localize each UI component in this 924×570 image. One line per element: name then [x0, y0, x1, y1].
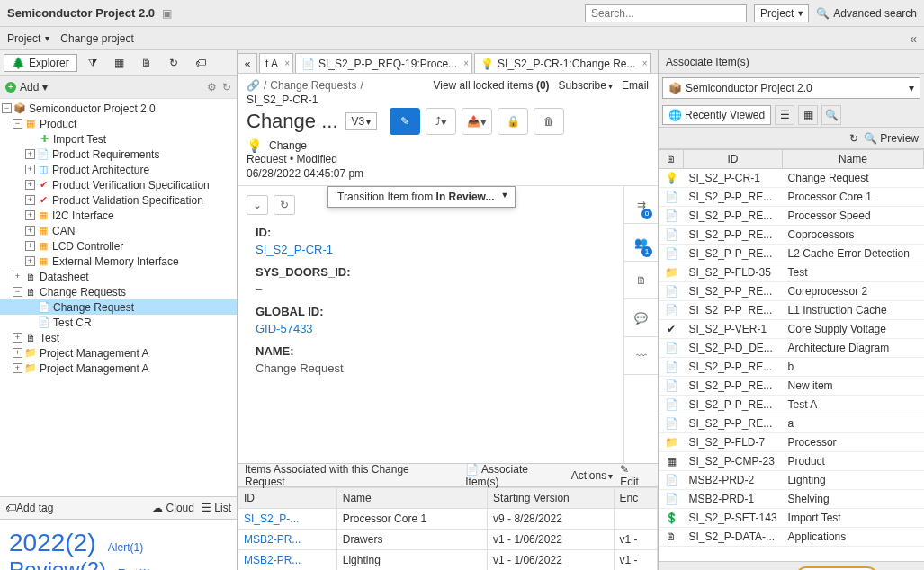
explorer-tab[interactable]: 🌲 Explorer	[4, 54, 77, 72]
version-dropdown[interactable]: V3	[345, 112, 378, 130]
tree-prod-arch[interactable]: +◫Product Architecture	[0, 162, 237, 177]
col-icon[interactable]: 🗎	[659, 150, 684, 169]
gear-icon[interactable]: ⚙	[207, 81, 217, 94]
tree-root[interactable]: −📦Semiconductor Project 2.0	[0, 101, 237, 116]
list-item[interactable]: 📄SI_S2_P-D_DE...Architecture Diagram	[659, 339, 924, 358]
grid-button[interactable]: ▦	[108, 53, 131, 73]
list-item[interactable]: 💡SI_S2_P-CR-1Change Request	[659, 169, 924, 188]
menu-change-project[interactable]: Change project	[60, 32, 133, 45]
lock-button[interactable]: 🔒	[498, 108, 528, 135]
associate-button[interactable]: 🗎 Associate	[795, 566, 878, 571]
delete-button[interactable]: 🗑	[534, 108, 564, 135]
list-item[interactable]: 📁SI_S2_P-FLD-7Processor	[659, 433, 924, 452]
tab-1[interactable]: t A×	[259, 53, 293, 73]
search-scope-dropdown[interactable]: Project	[754, 4, 809, 22]
tree-emi[interactable]: +▦External Memory Interface	[0, 254, 237, 269]
add-button[interactable]: + Add ▾	[5, 81, 48, 94]
collapse-left-icon[interactable]: «	[910, 31, 917, 46]
edit-button[interactable]: ✎	[390, 108, 420, 135]
rail-doc-button[interactable]: 🗎	[624, 262, 658, 299]
list-item[interactable]: 📄SI_S2_P-P_RE...L1 Instruction Cache	[659, 301, 924, 320]
list-item[interactable]: 📁SI_S2_P-FLD-35Test	[659, 263, 924, 282]
list-view-button[interactable]: ☰ List	[202, 502, 231, 514]
advanced-search-link[interactable]: 🔍 Advanced search	[816, 7, 917, 20]
rail-activity-button[interactable]: 〰	[624, 337, 658, 375]
col-name[interactable]: Name	[336, 488, 487, 509]
refresh-icon-2[interactable]: ↻	[222, 81, 231, 94]
view-locked-link[interactable]: View all locked items (0)	[433, 79, 549, 92]
associate-link[interactable]: 📄 Associate Item(s)	[465, 463, 564, 488]
col-id[interactable]: ID	[238, 488, 337, 509]
tree-prod-req[interactable]: +📄Product Requirements	[0, 147, 237, 162]
tree-lcd[interactable]: +▦LCD Controller	[0, 238, 237, 254]
tree-change-request[interactable]: 📄Change Request	[0, 299, 237, 315]
preview-button[interactable]: 🔍 Preview	[864, 132, 919, 145]
doc-button[interactable]: 🗎	[135, 53, 158, 73]
rail-people-button[interactable]: 👥1	[624, 224, 658, 262]
project-tree[interactable]: −📦Semiconductor Project 2.0 −▦Product ✚I…	[0, 99, 237, 496]
list-item[interactable]: 📄SI_S2_P-P_RE...b	[659, 358, 924, 377]
calendar-view-icon[interactable]: ▦	[798, 105, 818, 125]
tree-test[interactable]: +🗎Test	[0, 330, 237, 345]
col-id-r[interactable]: ID	[684, 150, 783, 169]
tree-pma2[interactable]: +📁Project Management A	[0, 361, 237, 376]
refresh-content-button[interactable]: ↻	[274, 195, 295, 215]
refresh-button[interactable]: ↻	[162, 53, 185, 73]
tab-3[interactable]: 💡SI_S2_P-CR-1:Change Re...×	[474, 53, 650, 73]
list-item[interactable]: 📄SI_S2_P-P_RE...New item	[659, 377, 924, 396]
tree-test-cr[interactable]: 📄Test CR	[0, 315, 237, 330]
collapse-all-button[interactable]: ⌄	[247, 195, 268, 215]
export-button[interactable]: 📤▾	[462, 108, 492, 135]
list-view-icon[interactable]: ☰	[775, 105, 794, 125]
tag-button[interactable]: 🏷	[189, 53, 212, 73]
list-item[interactable]: 📄SI_S2_P-P_RE...Coreprocessor 2	[659, 282, 924, 301]
list-item[interactable]: 📄SI_S2_P-P_RE...Test A	[659, 396, 924, 414]
col-ev[interactable]: Enc	[614, 488, 657, 509]
menu-project[interactable]: Project	[7, 32, 49, 45]
project-selector[interactable]: 📦 Semiconductor Project 2.0 ▾	[662, 77, 920, 99]
col-sv[interactable]: Starting Version	[488, 488, 614, 509]
table-row[interactable]: SI_S2_P-...Processor Core 1v9 - 8/28/202…	[238, 509, 658, 530]
list-item[interactable]: 📄MSB2-PRD-2Lighting	[659, 471, 924, 490]
tag-review[interactable]: Review(2)	[9, 557, 106, 570]
edit-link[interactable]: ✎ Edit	[620, 463, 650, 488]
share-button[interactable]: ⤴▾	[426, 108, 456, 135]
list-item[interactable]: ▦SI_S2_P-CMP-23Product	[659, 452, 924, 471]
rail-comment-button[interactable]: 💬	[624, 299, 658, 337]
list-item[interactable]: 📄SI_S2_P-P_RE...Coprocessors	[659, 226, 924, 245]
recently-viewed-tab[interactable]: 🌐Recently Viewed	[662, 105, 771, 125]
assoc-table[interactable]: ID Name Starting Version Enc SI_S2_P-...…	[238, 487, 658, 570]
tree-product[interactable]: −▦Product	[0, 116, 237, 131]
tab-2[interactable]: 📄SI_S2_P-P_REQ-19:Proce...×	[295, 53, 472, 73]
rail-workflow-button[interactable]: ⇉0	[624, 186, 658, 224]
tab-nav-prev[interactable]: «	[238, 53, 257, 73]
tree-pvals[interactable]: +✔Product Validation Specification	[0, 192, 237, 208]
tag-2022[interactable]: 2022(2)	[9, 529, 96, 557]
filter-button[interactable]: ⧩	[81, 53, 104, 73]
list-item[interactable]: 💲SI_S2_P-SET-143Import Test	[659, 509, 924, 528]
transition-dropdown[interactable]: Transition Item from In Review...	[327, 186, 516, 208]
tree-change-requests[interactable]: −🗎Change Requests	[0, 284, 237, 299]
list-item[interactable]: 📄MSB2-PRD-1Shelving	[659, 490, 924, 509]
subscribe-link[interactable]: Subscribe	[559, 79, 613, 92]
list-item[interactable]: 🗎SI_S2_P-DATA-...Applications	[659, 528, 924, 547]
list-item[interactable]: 📄SI_S2_P-P_RE...a	[659, 414, 924, 433]
field-id-value[interactable]: SI_S2_P-CR-1	[256, 243, 613, 256]
table-row[interactable]: MSB2-PR...Drawersv1 - 1/06/2022v1 -	[238, 530, 658, 550]
close-icon[interactable]: ×	[463, 58, 469, 68]
table-row[interactable]: MSB2-PR...Lightingv1 - 1/06/2022v1 -	[238, 550, 658, 571]
window-icon[interactable]: ▣	[162, 7, 172, 20]
tree-pma1[interactable]: +📁Project Management A	[0, 345, 237, 361]
tree-datasheet[interactable]: +🗎Datasheet	[0, 269, 237, 284]
list-item[interactable]: ✔SI_S2_P-VER-1Core Supply Voltage	[659, 320, 924, 339]
add-tag-link[interactable]: 🏷Add tag	[5, 502, 53, 514]
close-icon[interactable]: ×	[642, 58, 648, 68]
list-item[interactable]: 📄SI_S2_P-P_RE...Processor Speed	[659, 207, 924, 226]
email-link[interactable]: Email	[622, 79, 649, 92]
field-global-value[interactable]: GID-57433	[256, 322, 613, 335]
tag-alert[interactable]: Alert(1)	[108, 541, 143, 554]
tree-can[interactable]: +▦CAN	[0, 223, 237, 238]
list-item[interactable]: 📄SI_S2_P-P_RE...Processor Core 1	[659, 188, 924, 207]
cloud-view-button[interactable]: ☁ Cloud	[152, 502, 194, 514]
list-item[interactable]: 📄SI_S2_P-P_RE...L2 Cache Error Detection	[659, 245, 924, 263]
